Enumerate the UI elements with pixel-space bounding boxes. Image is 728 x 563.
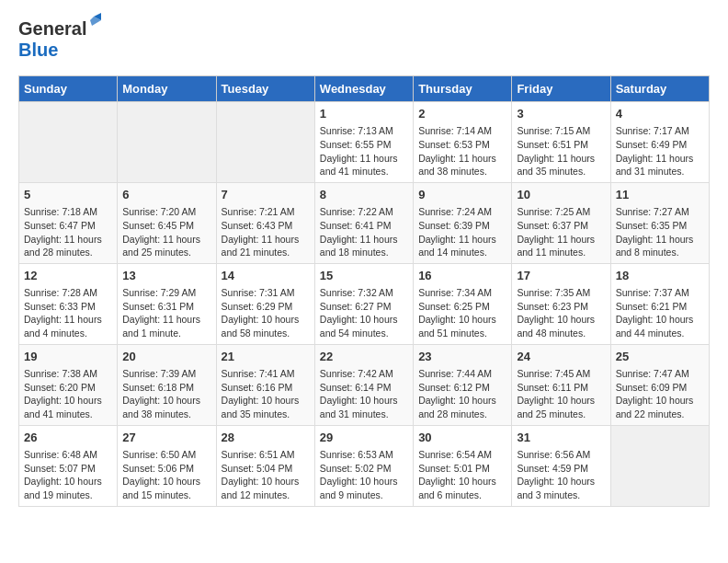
calendar-body: 1Sunrise: 7:13 AM Sunset: 6:55 PM Daylig… [19,102,710,507]
day-info: Sunrise: 7:21 AM Sunset: 6:43 PM Dayligh… [222,205,310,259]
day-number: 30 [418,430,506,446]
day-number: 29 [320,430,408,446]
day-cell: 6Sunrise: 7:20 AM Sunset: 6:45 PM Daylig… [118,182,216,263]
day-number: 7 [222,187,310,203]
day-cell: 25Sunrise: 7:47 AM Sunset: 6:09 PM Dayli… [610,344,709,425]
day-info: Sunrise: 7:37 AM Sunset: 6:21 PM Dayligh… [616,286,704,340]
day-cell: 9Sunrise: 7:24 AM Sunset: 6:39 PM Daylig… [414,182,512,263]
day-cell: 5Sunrise: 7:18 AM Sunset: 6:47 PM Daylig… [19,182,118,263]
header-saturday: Saturday [610,76,709,102]
day-cell: 27Sunrise: 6:50 AM Sunset: 5:06 PM Dayli… [118,425,216,506]
day-cell: 22Sunrise: 7:42 AM Sunset: 6:14 PM Dayli… [314,344,413,425]
week-row-5: 26Sunrise: 6:48 AM Sunset: 5:07 PM Dayli… [19,425,710,506]
day-number: 6 [122,187,210,203]
day-cell: 1Sunrise: 7:13 AM Sunset: 6:55 PM Daylig… [314,102,413,183]
day-info: Sunrise: 7:41 AM Sunset: 6:16 PM Dayligh… [222,367,310,421]
day-info: Sunrise: 7:24 AM Sunset: 6:39 PM Dayligh… [418,205,506,259]
day-cell: 15Sunrise: 7:32 AM Sunset: 6:27 PM Dayli… [314,263,413,344]
day-cell: 2Sunrise: 7:14 AM Sunset: 6:53 PM Daylig… [414,102,512,183]
day-number: 26 [24,430,112,446]
day-number: 21 [222,349,310,365]
week-row-4: 19Sunrise: 7:38 AM Sunset: 6:20 PM Dayli… [19,344,710,425]
day-info: Sunrise: 7:22 AM Sunset: 6:41 PM Dayligh… [320,205,408,259]
day-cell: 7Sunrise: 7:21 AM Sunset: 6:43 PM Daylig… [216,182,314,263]
day-number: 3 [517,106,605,122]
day-info: Sunrise: 7:38 AM Sunset: 6:20 PM Dayligh… [24,367,112,421]
week-row-1: 1Sunrise: 7:13 AM Sunset: 6:55 PM Daylig… [19,102,710,183]
day-cell: 13Sunrise: 7:29 AM Sunset: 6:31 PM Dayli… [118,263,216,344]
day-info: Sunrise: 7:18 AM Sunset: 6:47 PM Dayligh… [24,205,112,259]
day-info: Sunrise: 7:25 AM Sunset: 6:37 PM Dayligh… [517,205,605,259]
day-info: Sunrise: 7:34 AM Sunset: 6:25 PM Dayligh… [418,286,506,340]
calendar-header-row: SundayMondayTuesdayWednesdayThursdayFrid… [19,76,710,102]
day-number: 31 [517,430,605,446]
day-info: Sunrise: 7:14 AM Sunset: 6:53 PM Dayligh… [418,124,506,178]
day-cell: 31Sunrise: 6:56 AM Sunset: 4:59 PM Dayli… [512,425,610,506]
day-cell [216,102,314,183]
day-info: Sunrise: 7:20 AM Sunset: 6:45 PM Dayligh… [122,205,210,259]
day-number: 9 [418,187,506,203]
day-cell [19,102,118,183]
day-number: 12 [24,268,112,284]
day-info: Sunrise: 7:17 AM Sunset: 6:49 PM Dayligh… [616,124,704,178]
day-number: 15 [320,268,408,284]
day-number: 20 [122,349,210,365]
day-number: 14 [222,268,310,284]
day-cell: 30Sunrise: 6:54 AM Sunset: 5:01 PM Dayli… [414,425,512,506]
day-cell: 10Sunrise: 7:25 AM Sunset: 6:37 PM Dayli… [512,182,610,263]
day-cell: 4Sunrise: 7:17 AM Sunset: 6:49 PM Daylig… [610,102,709,183]
day-cell: 24Sunrise: 7:45 AM Sunset: 6:11 PM Dayli… [512,344,610,425]
logo-general: General [18,18,86,39]
day-cell: 26Sunrise: 6:48 AM Sunset: 5:07 PM Dayli… [19,425,118,506]
logo-bird-icon [85,13,101,26]
page-header: General Blue [18,18,710,61]
day-info: Sunrise: 7:35 AM Sunset: 6:23 PM Dayligh… [517,286,605,340]
day-cell: 16Sunrise: 7:34 AM Sunset: 6:25 PM Dayli… [414,263,512,344]
day-info: Sunrise: 6:56 AM Sunset: 4:59 PM Dayligh… [517,448,605,502]
day-info: Sunrise: 7:44 AM Sunset: 6:12 PM Dayligh… [418,367,506,421]
day-number: 27 [122,430,210,446]
week-row-2: 5Sunrise: 7:18 AM Sunset: 6:47 PM Daylig… [19,182,710,263]
header-thursday: Thursday [414,76,512,102]
day-number: 10 [517,187,605,203]
day-cell: 8Sunrise: 7:22 AM Sunset: 6:41 PM Daylig… [314,182,413,263]
day-cell: 19Sunrise: 7:38 AM Sunset: 6:20 PM Dayli… [19,344,118,425]
header-sunday: Sunday [19,76,118,102]
logo-blue: Blue [18,40,58,60]
header-wednesday: Wednesday [314,76,413,102]
day-info: Sunrise: 6:51 AM Sunset: 5:04 PM Dayligh… [222,448,310,502]
day-info: Sunrise: 7:47 AM Sunset: 6:09 PM Dayligh… [616,367,704,421]
day-cell: 17Sunrise: 7:35 AM Sunset: 6:23 PM Dayli… [512,263,610,344]
day-number: 19 [24,349,112,365]
day-number: 18 [616,268,704,284]
day-number: 28 [222,430,310,446]
day-cell: 11Sunrise: 7:27 AM Sunset: 6:35 PM Dayli… [610,182,709,263]
day-info: Sunrise: 7:32 AM Sunset: 6:27 PM Dayligh… [320,286,408,340]
day-info: Sunrise: 7:15 AM Sunset: 6:51 PM Dayligh… [517,124,605,178]
logo: General Blue [18,18,86,61]
day-number: 23 [418,349,506,365]
day-cell [610,425,709,506]
day-number: 22 [320,349,408,365]
day-cell [118,102,216,183]
day-cell: 18Sunrise: 7:37 AM Sunset: 6:21 PM Dayli… [610,263,709,344]
day-number: 17 [517,268,605,284]
day-info: Sunrise: 6:48 AM Sunset: 5:07 PM Dayligh… [24,448,112,502]
day-info: Sunrise: 6:50 AM Sunset: 5:06 PM Dayligh… [122,448,210,502]
day-info: Sunrise: 7:45 AM Sunset: 6:11 PM Dayligh… [517,367,605,421]
day-info: Sunrise: 7:39 AM Sunset: 6:18 PM Dayligh… [122,367,210,421]
day-number: 1 [320,106,408,122]
day-cell: 20Sunrise: 7:39 AM Sunset: 6:18 PM Dayli… [118,344,216,425]
calendar-table: SundayMondayTuesdayWednesdayThursdayFrid… [18,75,710,507]
day-cell: 23Sunrise: 7:44 AM Sunset: 6:12 PM Dayli… [414,344,512,425]
day-number: 13 [122,268,210,284]
day-info: Sunrise: 6:53 AM Sunset: 5:02 PM Dayligh… [320,448,408,502]
day-number: 4 [616,106,704,122]
day-info: Sunrise: 7:29 AM Sunset: 6:31 PM Dayligh… [122,286,210,340]
day-info: Sunrise: 6:54 AM Sunset: 5:01 PM Dayligh… [418,448,506,502]
day-cell: 28Sunrise: 6:51 AM Sunset: 5:04 PM Dayli… [216,425,314,506]
day-number: 2 [418,106,506,122]
day-info: Sunrise: 7:28 AM Sunset: 6:33 PM Dayligh… [24,286,112,340]
day-info: Sunrise: 7:42 AM Sunset: 6:14 PM Dayligh… [320,367,408,421]
day-cell: 29Sunrise: 6:53 AM Sunset: 5:02 PM Dayli… [314,425,413,506]
